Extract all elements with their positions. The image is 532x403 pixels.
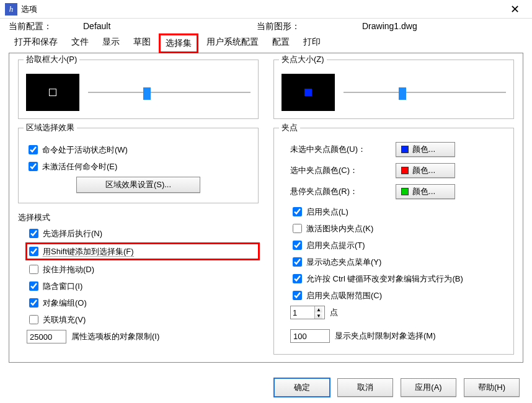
checkbox-block-grip[interactable] — [293, 224, 302, 233]
button-selected-color[interactable]: 颜色... — [396, 163, 455, 178]
label-object-group[interactable]: 对象编组(O) — [43, 298, 87, 309]
swatch-unselected — [401, 146, 409, 153]
tab-user-config[interactable]: 用户系统配置 — [201, 33, 264, 53]
group-gripsize-title: 夹点大小(Z) — [279, 54, 327, 65]
apply-button[interactable]: 应用(A) — [401, 378, 456, 397]
label-grip-snap[interactable]: 启用夹点吸附范围(C) — [306, 290, 382, 301]
group-region-effect: 区域选择效果 命令处于活动状态时(W) 未激活任何命令时(E) 区域效果设置(S… — [18, 128, 259, 203]
swatch-hover — [401, 188, 409, 195]
tab-print[interactable]: 打印 — [298, 33, 326, 53]
spin-down-icon[interactable]: ▼ — [315, 312, 322, 319]
label-shift-add[interactable]: 用Shift键添加到选择集(F) — [43, 246, 134, 257]
gripsize-slider[interactable] — [344, 86, 506, 99]
label-hover-color: 悬停夹点颜色(R)： — [290, 186, 389, 197]
label-enable-grip[interactable]: 启用夹点(L) — [306, 206, 348, 218]
titlebar: h 选项 ✕ — [0, 0, 532, 19]
help-button[interactable]: 帮助(H) — [464, 378, 520, 397]
tab-draft[interactable]: 草图 — [128, 33, 156, 53]
checkbox-grip-snap[interactable] — [293, 291, 302, 300]
input-grip-limit[interactable] — [290, 329, 330, 343]
pickbox-square-icon — [49, 89, 56, 96]
label-active-cmd[interactable]: 命令处于活动状态时(W) — [42, 144, 128, 156]
swatch-selected — [401, 167, 409, 174]
tab-open-save[interactable]: 打开和保存 — [9, 33, 63, 53]
current-config-label: 当前配置： — [9, 21, 83, 32]
label-grip-limit: 显示夹点时限制对象选择(M) — [335, 330, 436, 342]
label-ctrl-cycle[interactable]: 允许按 Ctrl 键循环改变对象编辑方式行为(B) — [306, 273, 463, 285]
tab-bar: 打开和保存 文件 显示 草图 选择集 用户系统配置 配置 打印 — [9, 33, 523, 53]
group-grip: 夹点 未选中夹点颜色(U)： 颜色... 选中夹点颜色(C)： 颜色... — [273, 128, 514, 355]
button-hover-color[interactable]: 颜色... — [396, 184, 455, 199]
checkbox-object-group[interactable] — [29, 298, 38, 308]
checkbox-enable-grip[interactable] — [293, 207, 302, 216]
label-press-drag[interactable]: 按住并拖动(D) — [43, 264, 94, 275]
checkbox-press-drag[interactable] — [29, 265, 38, 274]
label-grip-tip[interactable]: 启用夹点提示(T) — [306, 240, 365, 251]
label-selected-color: 选中夹点颜色(C)： — [290, 165, 389, 176]
ok-button[interactable]: 确定 — [274, 378, 330, 397]
checkbox-dyn-menu[interactable] — [293, 257, 302, 267]
checkbox-inactive-cmd[interactable] — [29, 162, 38, 171]
input-palette-limit[interactable] — [27, 330, 66, 343]
label-implied-window[interactable]: 隐含窗口(I) — [43, 281, 82, 292]
tab-config[interactable]: 配置 — [267, 33, 295, 53]
label-assoc-hatch[interactable]: 关联填充(V) — [43, 314, 86, 326]
checkbox-assoc-hatch[interactable] — [29, 315, 38, 324]
window-title: 选项 — [21, 4, 37, 15]
label-block-grip[interactable]: 激活图块内夹点(K) — [306, 223, 373, 234]
checkbox-ctrl-cycle[interactable] — [293, 274, 302, 283]
pickbox-slider[interactable] — [88, 86, 250, 99]
checkbox-active-cmd[interactable] — [29, 145, 38, 154]
spinner-grip-point[interactable]: ▲ ▼ — [290, 306, 325, 319]
group-grip-title: 夹点 — [279, 122, 300, 133]
current-drawing-value: Drawing1.dwg — [362, 21, 417, 32]
label-unselected-color: 未选中夹点颜色(U)： — [290, 144, 389, 155]
spin-up-icon[interactable]: ▲ — [315, 306, 322, 312]
button-unselected-color[interactable]: 颜色... — [396, 142, 455, 157]
group-pickbox-title: 拾取框大小(P) — [24, 54, 79, 65]
dialog-buttons: 确定 取消 应用(A) 帮助(H) — [274, 378, 520, 397]
group-region-effect-title: 区域选择效果 — [24, 122, 77, 133]
pickbox-preview — [26, 74, 79, 111]
close-icon[interactable]: ✕ — [502, 2, 527, 16]
app-icon: h — [5, 3, 17, 16]
label-palette-limit: 属性选项板的对象限制(I) — [71, 331, 159, 342]
checkbox-shift-add[interactable] — [29, 247, 38, 256]
input-grip-point[interactable] — [291, 306, 314, 319]
tab-display[interactable]: 显示 — [97, 33, 125, 53]
gripsize-preview — [282, 74, 335, 111]
select-mode-title: 选择模式 — [18, 212, 259, 223]
config-info-row: 当前配置： Default 当前图形： Drawing1.dwg — [0, 19, 532, 33]
group-pickbox: 拾取框大小(P) — [18, 60, 259, 119]
label-dyn-menu[interactable]: 显示动态夹点菜单(Y) — [306, 257, 381, 268]
checkbox-noun-verb[interactable] — [29, 229, 38, 238]
group-gripsize: 夹点大小(Z) — [273, 60, 514, 119]
tab-files[interactable]: 文件 — [66, 33, 94, 53]
region-effect-settings-button[interactable]: 区域效果设置(S)... — [76, 177, 200, 193]
current-config-value: Default — [83, 21, 257, 32]
tab-panel-selection: 拾取框大小(P) 区域选择效果 命令处于活动状态时(W) — [9, 53, 523, 363]
grip-square-icon — [304, 89, 312, 96]
checkbox-implied-window[interactable] — [29, 281, 38, 291]
checkbox-grip-tip[interactable] — [293, 241, 302, 250]
cancel-button[interactable]: 取消 — [337, 378, 393, 397]
label-noun-verb[interactable]: 先选择后执行(N) — [43, 228, 102, 239]
label-inactive-cmd[interactable]: 未激活任何命令时(E) — [42, 161, 117, 172]
label-grip-point: 点 — [330, 307, 338, 318]
tab-selection[interactable]: 选择集 — [159, 33, 198, 53]
current-drawing-label: 当前图形： — [257, 21, 362, 32]
